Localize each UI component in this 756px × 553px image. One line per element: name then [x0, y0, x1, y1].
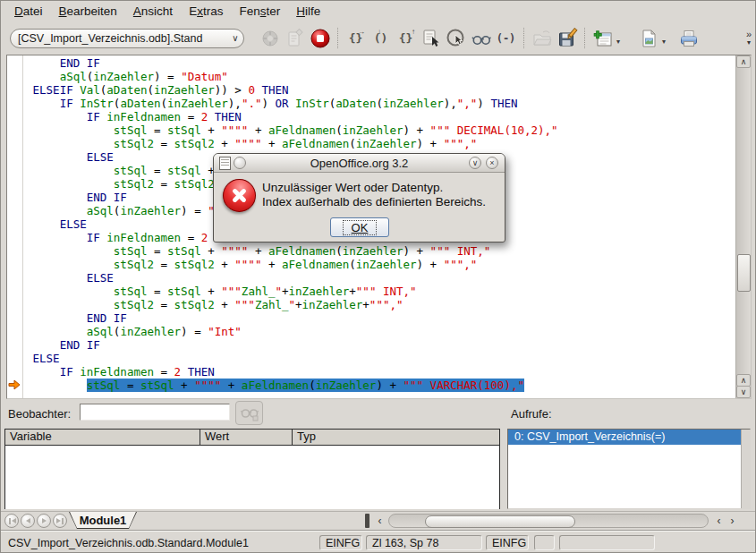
- horizontal-scrollbar[interactable]: [388, 514, 709, 528]
- toolbar-separator: [337, 28, 339, 48]
- dialog-titlebar[interactable]: OpenOffice.org 3.2 ∨ ×: [214, 154, 505, 173]
- ok-button[interactable]: OK: [330, 217, 389, 237]
- new-module-dropdown-icon[interactable]: ▾: [616, 38, 620, 46]
- library-selector[interactable]: [CSV_Import_Verzeichnis.odb].Stand ∨: [10, 29, 244, 48]
- calls-scrollbar[interactable]: [741, 430, 750, 508]
- watch-table: Variable Wert Typ: [4, 429, 500, 509]
- status-document: CSV_Import_Verzeichnis.odb.Standard.Modu…: [8, 537, 249, 549]
- ok-button-label: OK: [343, 220, 378, 235]
- save-icon[interactable]: [556, 27, 578, 49]
- manage-breakpoints-icon[interactable]: [445, 27, 467, 49]
- scroll-left-icon[interactable]: ‹: [712, 514, 726, 528]
- code-line[interactable]: aSql(inZaehler) = "Int": [26, 325, 735, 338]
- watch-table-body[interactable]: [5, 446, 499, 509]
- scroll-down-icon[interactable]: ∨: [736, 386, 751, 398]
- menu-fenster[interactable]: Fenster: [231, 3, 288, 20]
- error-icon: [214, 173, 265, 224]
- enable-watch-button[interactable]: [235, 401, 263, 425]
- basic-ide-window: DateiBearbeitenAnsichtExtrasFensterHilfe…: [0, 0, 756, 553]
- code-line[interactable]: ELSE: [26, 271, 735, 285]
- code-line[interactable]: stSql2 = stSql2 + """" + aFeldnamen(inZa…: [26, 258, 735, 271]
- column-wert[interactable]: Wert: [200, 430, 293, 445]
- scroll-up-icon[interactable]: ∧: [736, 55, 751, 68]
- scroll-up-icon[interactable]: ∧: [736, 374, 751, 387]
- tabbar-splitter[interactable]: [365, 514, 370, 528]
- dialog-title: OpenOffice.org 3.2: [214, 157, 505, 170]
- call-stack-panel: Aufrufe: 0: CSV_Import_Verzeichnis(=): [505, 400, 753, 510]
- watch-icon[interactable]: [470, 27, 492, 49]
- code-line[interactable]: aSql(inZaehler) = "Datum": [26, 70, 735, 83]
- new-document-icon[interactable]: [637, 27, 659, 49]
- code-line[interactable]: stSql = stSql + """" + aFeldnamen(inZaeh…: [26, 244, 735, 258]
- dialog-message-line2: Index außerhalb des definierten Bereichs…: [262, 195, 486, 209]
- code-line[interactable]: IF inFeldnamen = 2 THEN: [26, 365, 735, 379]
- step-out-icon[interactable]: {}↑: [395, 27, 417, 49]
- toolbar-overflow-icon[interactable]: »▾: [746, 30, 752, 47]
- call-stack-item[interactable]: 0: CSV_Import_Verzeichnis(=): [508, 430, 750, 445]
- status-cursor-position[interactable]: Zl 163, Sp 78: [366, 535, 482, 550]
- call-stack-list[interactable]: 0: CSV_Import_Verzeichnis(=): [507, 429, 751, 509]
- status-insert-mode[interactable]: EINFG: [319, 535, 362, 550]
- code-line[interactable]: stSql = stSql + """" + aFeldnamen(inZaeh…: [26, 123, 735, 137]
- breakpoint-icon[interactable]: [420, 27, 442, 49]
- code-line[interactable]: END IF: [26, 56, 735, 70]
- column-typ[interactable]: Typ: [293, 430, 499, 445]
- module-tab-bar: Module1 ‹ ‹ ›: [1, 511, 755, 530]
- first-tab-icon[interactable]: [4, 514, 19, 528]
- chevron-down-icon[interactable]: ∨: [227, 33, 243, 43]
- menu-bearbeiten[interactable]: Bearbeiten: [51, 3, 125, 20]
- compile-icon[interactable]: [259, 27, 281, 49]
- last-tab-icon[interactable]: [53, 514, 67, 528]
- breakpoint-gutter[interactable]: [7, 55, 23, 398]
- menu-bar: DateiBearbeitenAnsichtExtrasFensterHilfe: [1, 1, 755, 21]
- vertical-scrollbar[interactable]: ∧ ∧ ∨: [735, 55, 751, 398]
- new-module-icon[interactable]: [591, 27, 614, 49]
- print-icon[interactable]: [677, 27, 700, 49]
- dialog-message: Unzulässiger Wert oder Datentyp. Index a…: [262, 181, 486, 208]
- step-over-icon[interactable]: {}→: [344, 27, 367, 49]
- code-line[interactable]: ELSEIF Val(aDaten(inZaehler)) > 0 THEN: [26, 83, 735, 97]
- stop-icon[interactable]: [309, 27, 331, 49]
- code-line[interactable]: stSql = stSql + """" + aFeldnamen(inZaeh…: [26, 379, 735, 392]
- previous-tab-icon[interactable]: [21, 514, 35, 528]
- menu-extras[interactable]: Extras: [181, 3, 231, 20]
- calls-label: Aufrufe:: [511, 407, 552, 421]
- status-empty-field: [559, 535, 655, 550]
- code-line[interactable]: IF inFeldnamen = 2 THEN: [26, 110, 735, 123]
- code-line[interactable]: stSql2 = stSql2 + """" + aFeldnamen(inZa…: [26, 137, 735, 150]
- new-document-dropdown-icon[interactable]: ▾: [662, 38, 666, 46]
- code-line[interactable]: stSql2 = stSql2 + """Zahl_"+inZaehler+""…: [26, 298, 735, 311]
- status-bar: CSV_Import_Verzeichnis.odb.Standard.Modu…: [1, 530, 755, 553]
- horizontal-scrollbar-thumb[interactable]: [425, 515, 575, 528]
- status-selection-mode[interactable]: EINFG: [486, 535, 529, 550]
- watch-input[interactable]: [80, 404, 230, 421]
- watch-panel: Beobachter: Variable Wert Typ: [3, 400, 502, 510]
- tab-module1-label: Module1: [70, 512, 136, 528]
- dialog-shade-icon[interactable]: ∨: [469, 157, 481, 169]
- vertical-scrollbar-thumb[interactable]: [737, 254, 751, 292]
- open-icon[interactable]: [531, 27, 553, 49]
- code-line[interactable]: ELSE: [26, 352, 735, 365]
- scroll-right-icon[interactable]: ›: [726, 514, 739, 528]
- dialog-close-icon[interactable]: ×: [486, 157, 498, 169]
- tab-module1[interactable]: Module1: [69, 512, 137, 529]
- code-line[interactable]: END IF: [26, 311, 735, 325]
- status-empty-field: [534, 535, 555, 550]
- error-dialog: OpenOffice.org 3.2 ∨ × Unzulässiger Wert…: [213, 153, 505, 242]
- code-line[interactable]: IF InStr(aDaten(inZaehler),".") OR InStr…: [26, 97, 735, 110]
- run-icon[interactable]: [284, 27, 306, 49]
- toolbar-separator: [523, 28, 525, 48]
- next-tab-icon[interactable]: [37, 514, 51, 528]
- code-line[interactable]: stSql = stSql + """Zahl_"+inZaehler+""" …: [26, 285, 735, 298]
- library-selector-value: [CSV_Import_Verzeichnis.odb].Stand: [11, 32, 227, 45]
- code-line[interactable]: END IF: [26, 338, 735, 352]
- dialog-body: Unzulässiger Wert oder Datentyp. Index a…: [214, 173, 505, 242]
- column-variable[interactable]: Variable: [5, 430, 200, 445]
- menu-datei[interactable]: Datei: [6, 3, 51, 20]
- step-into-icon[interactable]: ()↓: [370, 27, 392, 49]
- menu-ansicht[interactable]: Ansicht: [125, 3, 181, 20]
- macro-toolbar: [CSV_Import_Verzeichnis.odb].Stand ∨ {}→…: [1, 21, 755, 55]
- menu-hilfe[interactable]: Hilfe: [288, 3, 328, 20]
- breakpoint-paren-icon[interactable]: (-): [495, 27, 517, 49]
- scroll-left-icon[interactable]: ‹: [373, 514, 386, 528]
